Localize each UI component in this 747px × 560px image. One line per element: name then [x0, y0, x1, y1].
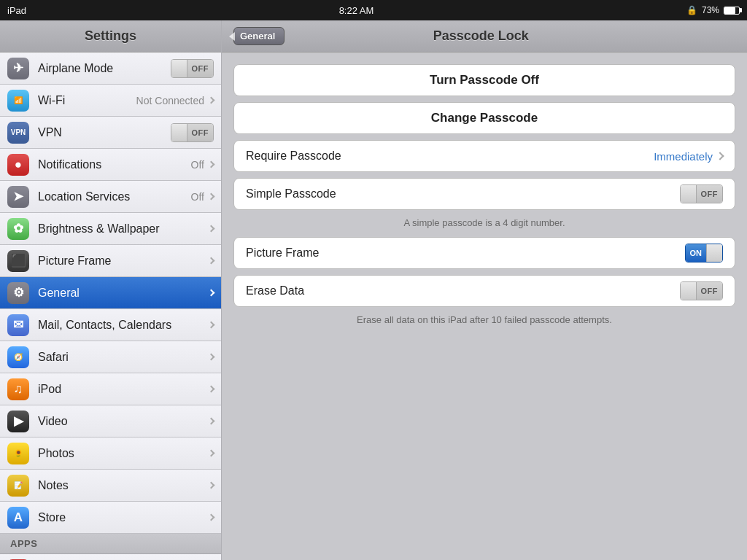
location-services-icon: ➤	[7, 186, 29, 208]
picture-frame-label: Picture Frame	[246, 246, 685, 260]
photos-icon: 🌻	[7, 443, 29, 464]
sidebar-item-vpn[interactable]: VPNVPNOFF	[0, 117, 221, 149]
apps-section-header: Apps	[0, 534, 221, 554]
wifi-label: Wi-Fi	[38, 94, 136, 107]
battery-percent: 73%	[702, 5, 719, 15]
wifi-value: Not Connected	[136, 95, 204, 106]
sidebar-item-wifi[interactable]: 📶Wi-FiNot Connected	[0, 85, 221, 117]
ipod-label: iPod	[38, 383, 209, 396]
general-icon: ⚙	[7, 282, 29, 304]
content-area: General Passcode Lock Turn Passcode OffC…	[222, 20, 747, 560]
vpn-icon: VPN	[7, 122, 29, 144]
sidebar-title: Settings	[85, 28, 136, 44]
ipod-icon: ♫	[7, 378, 29, 400]
require-passcode-label: Require Passcode	[246, 149, 654, 163]
change-passcode-label: Change Passcode	[246, 111, 723, 125]
simple-passcode-row[interactable]: Simple PasscodeOFF	[233, 178, 735, 210]
airplane-mode-toggle[interactable]: OFF	[171, 59, 214, 78]
sidebar-item-general[interactable]: ⚙General	[0, 277, 221, 309]
brightness-wallpaper-label: Brightness & Wallpaper	[38, 222, 209, 236]
picture-frame-icon: ⬛	[7, 250, 29, 272]
video-label: Video	[38, 415, 209, 428]
erase-data-label: Erase Data	[246, 284, 680, 298]
notifications-value: Off	[191, 159, 204, 171]
wifi-chevron	[208, 97, 215, 104]
erase-data-hint: Erase all data on this iPad after 10 fai…	[233, 310, 735, 334]
erase-data-row[interactable]: Erase DataOFF	[233, 275, 735, 307]
sidebar-item-notes[interactable]: 📝Notes	[0, 470, 221, 502]
vpn-label: VPN	[38, 126, 171, 139]
status-bar-right: 🔒 73%	[686, 5, 740, 15]
brightness-wallpaper-chevron	[208, 225, 215, 233]
location-services-value: Off	[191, 191, 204, 203]
erase-data-toggle[interactable]: OFF	[680, 281, 724, 300]
back-button[interactable]: General	[233, 27, 285, 45]
sidebar-item-safari[interactable]: 🧭Safari	[0, 341, 221, 373]
mail-contacts-icon: ✉	[7, 314, 29, 336]
sidebar-item-picture-frame[interactable]: ⬛Picture Frame	[0, 245, 221, 277]
battery-icon	[724, 7, 740, 15]
change-passcode-row[interactable]: Change Passcode	[233, 102, 735, 134]
video-icon: ▶	[7, 411, 29, 432]
sidebar-item-video[interactable]: ▶Video	[0, 405, 221, 438]
toggle-off-label: OFF	[697, 185, 723, 203]
store-icon: A	[7, 507, 29, 529]
ipod-chevron	[208, 386, 215, 393]
sidebar-item-mail-contacts[interactable]: ✉Mail, Contacts, Calendars	[0, 309, 221, 341]
sidebar-item-ipod[interactable]: ♫iPod	[0, 373, 221, 405]
apps-section-label: Apps	[10, 538, 37, 549]
content-body: Turn Passcode OffChange Passcode Require…	[222, 52, 747, 560]
location-services-label: Location Services	[38, 190, 191, 203]
sidebar-item-airplane-mode[interactable]: ✈Airplane ModeOFF	[0, 52, 221, 85]
picture-frame-row[interactable]: Picture FrameON	[233, 237, 735, 269]
safari-label: Safari	[38, 351, 209, 364]
notifications-label: Notifications	[38, 158, 191, 171]
toggle-off-label: OFF	[697, 282, 723, 300]
airplane-mode-icon: ✈	[7, 58, 29, 79]
device-name: iPad	[7, 5, 26, 16]
content-title: Passcode Lock	[293, 28, 668, 44]
notifications-chevron	[208, 161, 215, 168]
turn-passcode-off-label: Turn Passcode Off	[246, 73, 723, 88]
sidebar-item-brightness-wallpaper[interactable]: ✿Brightness & Wallpaper	[0, 213, 221, 245]
airplane-mode-label: Airplane Mode	[38, 62, 171, 75]
brightness-wallpaper-icon: ✿	[7, 218, 29, 240]
location-services-chevron	[208, 193, 215, 201]
sidebar-item-photos[interactable]: 🌻Photos	[0, 438, 221, 470]
main-layout: Settings ✈Airplane ModeOFF📶Wi-FiNot Conn…	[0, 20, 747, 560]
sidebar-item-location-services[interactable]: ➤Location ServicesOff	[0, 181, 221, 213]
sidebar-item-notifications[interactable]: ●NotificationsOff	[0, 149, 221, 181]
require-passcode-row[interactable]: Require Passcode Immediately	[233, 140, 735, 172]
simple-passcode-hint: A simple passcode is a 4 digit number.	[233, 213, 735, 237]
require-passcode-value: Immediately	[654, 150, 713, 163]
simple-passcode-label: Simple Passcode	[246, 187, 680, 201]
sidebar-apps-container: GGoodReader	[0, 554, 221, 560]
sidebar-item-goodreader[interactable]: GGoodReader	[0, 554, 221, 560]
vpn-toggle[interactable]: OFF	[171, 123, 214, 142]
notes-chevron	[208, 482, 215, 489]
mail-contacts-chevron	[208, 322, 215, 329]
general-chevron	[208, 289, 215, 297]
time: 8:22 AM	[339, 5, 374, 16]
picture-frame-toggle[interactable]: ON	[685, 244, 724, 262]
toggle-knob	[706, 244, 722, 262]
content-header: General Passcode Lock	[222, 20, 747, 52]
simple-passcode-toggle[interactable]: OFF	[680, 184, 724, 203]
wifi-icon: 📶	[7, 90, 29, 112]
picture-frame-label: Picture Frame	[38, 254, 209, 268]
store-label: Store	[38, 511, 209, 524]
safari-chevron	[208, 354, 215, 361]
mail-contacts-label: Mail, Contacts, Calendars	[38, 319, 209, 332]
picture-frame-chevron	[208, 257, 215, 265]
status-bar: iPad 8:22 AM 🔒 73%	[0, 0, 747, 20]
sidebar: Settings ✈Airplane ModeOFF📶Wi-FiNot Conn…	[0, 20, 222, 560]
sidebar-items-container: ✈Airplane ModeOFF📶Wi-FiNot ConnectedVPNV…	[0, 52, 221, 534]
photos-chevron	[208, 450, 215, 457]
toggle-knob	[681, 282, 697, 300]
turn-passcode-off-row[interactable]: Turn Passcode Off	[233, 64, 735, 96]
toggle-knob	[681, 185, 697, 203]
store-chevron	[208, 514, 215, 521]
sidebar-item-store[interactable]: AStore	[0, 502, 221, 534]
back-button-label: General	[240, 31, 275, 42]
toggle-on-label: ON	[686, 244, 707, 262]
